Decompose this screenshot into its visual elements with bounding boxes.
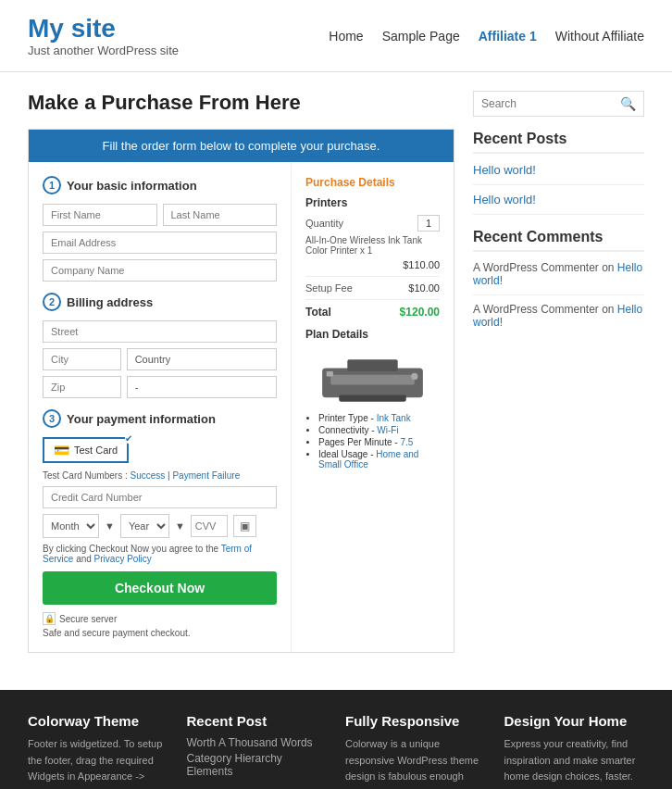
svg-rect-2 — [347, 359, 397, 371]
purchase-details-title: Purchase Details — [305, 176, 440, 189]
footer-post-2[interactable]: Category Hierarchy Elements — [187, 752, 328, 778]
section1-num: 1 — [43, 176, 61, 194]
name-row — [43, 204, 277, 226]
footer-col3-text: Colorway is a unique responsive WordPres… — [345, 736, 486, 789]
content-area: Make a Purchase From Here Fill the order… — [28, 91, 454, 653]
nav-affiliate1[interactable]: Affiliate 1 — [479, 29, 537, 44]
setup-fee-row: Setup Fee $10.00 — [305, 282, 440, 294]
section3-num: 3 — [43, 409, 61, 428]
checkout-button[interactable]: Checkout Now — [43, 571, 277, 605]
email-input[interactable] — [43, 232, 277, 254]
secure-server-label: Secure server — [59, 614, 117, 624]
order-form-header: Fill the order form below to complete yo… — [29, 130, 454, 162]
footer-col1: Colorway Theme Footer is widgetized. To … — [28, 713, 168, 789]
section2-num: 2 — [43, 293, 61, 311]
total-price: $120.00 — [400, 306, 440, 319]
company-input[interactable] — [43, 259, 277, 282]
divider1 — [305, 276, 440, 277]
last-name-input[interactable] — [163, 204, 278, 226]
item-price-amount-row: $110.00 — [305, 259, 440, 270]
street-input[interactable] — [43, 320, 277, 343]
section2-header: 2 Billing address — [43, 293, 277, 311]
comment-divider-1 — [473, 294, 644, 295]
plan-features-list: Printer Type - Ink Tank Connectivity - W… — [305, 413, 440, 470]
footer-col2: Recent Post Worth A Thousand Words Categ… — [187, 713, 328, 789]
company-row — [43, 259, 277, 282]
post-1[interactable]: Hello world! — [473, 163, 644, 177]
site-title: My site — [28, 14, 179, 44]
total-row: Total $120.00 — [305, 306, 440, 319]
test-card-info: Test Card Numbers : Success | Payment Fa… — [43, 470, 277, 481]
first-name-input[interactable] — [43, 204, 157, 226]
footer-col4: Design Your Home Express your creativity… — [504, 713, 645, 789]
test-card-prefix: Test Card Numbers : — [43, 470, 130, 481]
privacy-link[interactable]: Privacy Policy — [94, 554, 152, 564]
site-tagline: Just another WordPress site — [28, 44, 179, 57]
zip-input[interactable] — [43, 376, 121, 398]
feature-printer-type: Printer Type - Ink Tank — [318, 413, 440, 423]
post-2[interactable]: Hello world! — [473, 193, 644, 207]
feature-usage: Ideal Usage - Home and Small Office — [318, 449, 440, 470]
svg-rect-3 — [339, 394, 406, 401]
page-title: Make a Purchase From Here — [28, 91, 454, 115]
secure-sub-text: Safe and secure payment checkout. — [43, 628, 277, 638]
search-box: 🔍 — [473, 91, 644, 117]
site-branding: My site Just another WordPress site — [28, 14, 179, 57]
svg-rect-5 — [327, 371, 333, 376]
nav-without-affiliate[interactable]: Without Affiliate — [555, 29, 644, 44]
card-tab-label: Test Card — [74, 445, 118, 456]
footer-col4-title: Design Your Home — [504, 713, 645, 729]
payment-failure-link[interactable]: Payment Failure — [172, 470, 240, 481]
site-header: My site Just another WordPress site Home… — [0, 0, 672, 72]
secure-row: 🔒 Secure server — [43, 612, 277, 625]
footer-post-1[interactable]: Worth A Thousand Words — [187, 736, 328, 749]
feature-pages: Pages Per Minute - 7.5 — [318, 437, 440, 447]
country-select[interactable]: Country — [127, 348, 277, 370]
quantity-row: Quantity 1 — [305, 215, 440, 232]
footer-col3: Fully Responsive Colorway is a unique re… — [345, 713, 486, 789]
setup-label: Setup Fee — [305, 282, 353, 294]
month-select[interactable]: Month — [43, 514, 99, 538]
cvv-icon: ▣ — [233, 515, 256, 537]
footer-col2-title: Recent Post — [187, 713, 328, 729]
svg-rect-1 — [330, 375, 415, 385]
search-input[interactable] — [481, 97, 620, 110]
main-content: Make a Purchase From Here Fill the order… — [0, 72, 672, 671]
plan-details-title: Plan Details — [305, 328, 440, 341]
cvv-input[interactable] — [191, 515, 228, 537]
nav-home[interactable]: Home — [329, 29, 363, 44]
footer-col4-text: Express your creativity, find inspiratio… — [504, 736, 645, 785]
state-select[interactable]: - — [127, 376, 277, 398]
printer-image — [305, 348, 440, 413]
svg-point-4 — [411, 373, 417, 380]
city-input[interactable] — [43, 348, 121, 370]
order-form-right: Purchase Details Printers Quantity 1 All… — [292, 162, 454, 652]
card-tab[interactable]: 💳 Test Card ✔ — [43, 437, 129, 463]
success-link[interactable]: Success — [130, 470, 165, 481]
section2-label: Billing address — [67, 295, 153, 309]
divider2 — [305, 299, 440, 300]
section3-header: 3 Your payment information — [43, 409, 277, 428]
cc-number-input[interactable] — [43, 486, 277, 508]
order-form-body: 1 Your basic information — [29, 162, 454, 652]
quantity-value: 1 — [417, 215, 440, 232]
credit-card-icon: 💳 — [54, 443, 69, 457]
footer-col1-title: Colorway Theme — [28, 713, 168, 729]
cc-number-row — [43, 486, 277, 508]
zip-state-row: - — [43, 376, 277, 398]
feature-connectivity: Connectivity - Wi-Fi — [318, 425, 440, 435]
quantity-label: Quantity — [305, 218, 343, 229]
terms-text: By clicking Checkout Now you agree to th… — [43, 544, 277, 564]
search-icon[interactable]: 🔍 — [620, 96, 636, 111]
footer-grid: Colorway Theme Footer is widgetized. To … — [28, 713, 644, 789]
nav-sample-page[interactable]: Sample Page — [382, 29, 460, 44]
check-icon: ✔ — [125, 433, 132, 444]
main-nav: Home Sample Page Affiliate 1 Without Aff… — [329, 29, 644, 44]
year-select[interactable]: Year — [120, 514, 169, 538]
sidebar: 🔍 Recent Posts Hello world! Hello world!… — [473, 91, 644, 653]
comment-1: A WordPress Commenter on Hello world! — [473, 261, 644, 287]
street-row — [43, 320, 277, 343]
item-price-row: All-In-One Wireless Ink Tank Color Print… — [305, 235, 440, 256]
section3-label: Your payment information — [67, 412, 216, 426]
cc-expiry-row: Month ▼ Year ▼ ▣ — [43, 514, 277, 538]
